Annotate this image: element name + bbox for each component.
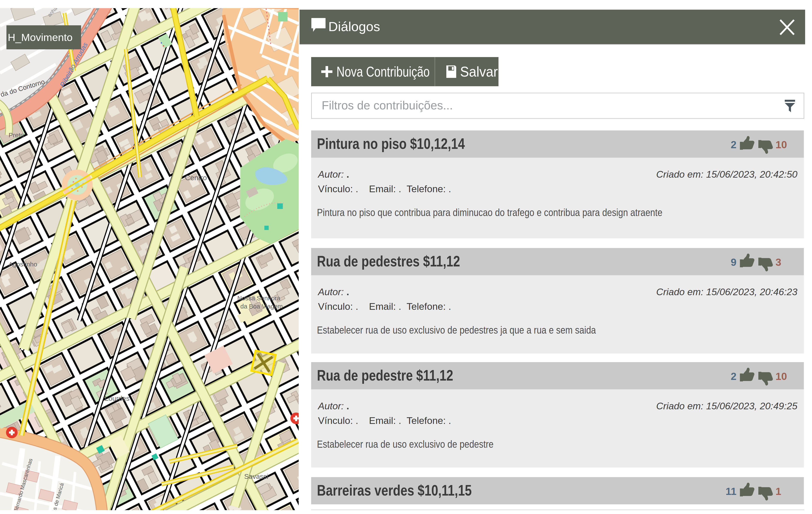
svg-text:da Boa Viagem: da Boa Viagem	[240, 303, 283, 310]
svg-text:Agostinho: Agostinho	[8, 261, 37, 268]
svg-text:Preto: Preto	[8, 131, 24, 139]
svg-text:Nossa Senhora: Nossa Senhora	[237, 295, 281, 302]
svg-text:Centro: Centro	[185, 174, 207, 182]
svg-text:Savassi: Savassi	[244, 473, 268, 480]
svg-text:Lourdes: Lourdes	[105, 394, 129, 402]
